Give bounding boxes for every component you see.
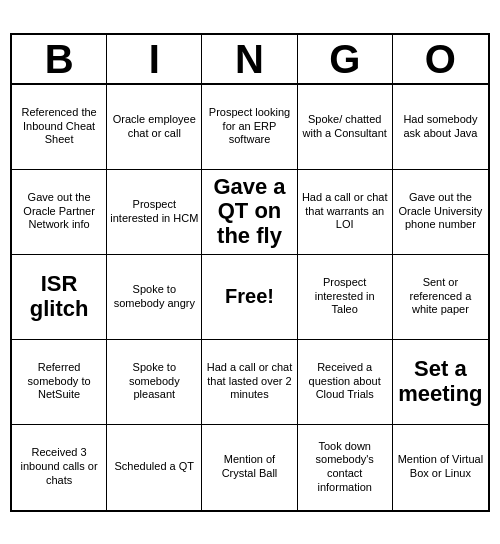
bingo-cell-15[interactable]: Referred somebody to NetSuite [12,340,107,425]
bingo-cell-21[interactable]: Scheduled a QT [107,425,202,510]
bingo-cell-19[interactable]: Set a meeting [393,340,488,425]
bingo-letter-n: N [202,35,297,83]
bingo-cell-5[interactable]: Gave out the Oracle Partner Network info [12,170,107,255]
bingo-header: BINGO [12,35,488,85]
bingo-cell-24[interactable]: Mention of Virtual Box or Linux [393,425,488,510]
bingo-cell-1[interactable]: Oracle employee chat or call [107,85,202,170]
bingo-cell-10[interactable]: ISR glitch [12,255,107,340]
bingo-cell-7[interactable]: Gave a QT on the fly [202,170,297,255]
bingo-cell-4[interactable]: Had somebody ask about Java [393,85,488,170]
bingo-cell-20[interactable]: Received 3 inbound calls or chats [12,425,107,510]
bingo-grid: Referenced the Inbound Cheat SheetOracle… [12,85,488,510]
bingo-cell-9[interactable]: Gave out the Oracle University phone num… [393,170,488,255]
bingo-cell-3[interactable]: Spoke/ chatted with a Consultant [298,85,393,170]
bingo-letter-b: B [12,35,107,83]
bingo-cell-22[interactable]: Mention of Crystal Ball [202,425,297,510]
bingo-cell-11[interactable]: Spoke to somebody angry [107,255,202,340]
bingo-cell-6[interactable]: Prospect interested in HCM [107,170,202,255]
bingo-cell-18[interactable]: Received a question about Cloud Trials [298,340,393,425]
bingo-cell-13[interactable]: Prospect interested in Taleo [298,255,393,340]
bingo-letter-i: I [107,35,202,83]
bingo-cell-0[interactable]: Referenced the Inbound Cheat Sheet [12,85,107,170]
bingo-cell-2[interactable]: Prospect looking for an ERP software [202,85,297,170]
bingo-cell-16[interactable]: Spoke to somebody pleasant [107,340,202,425]
bingo-cell-14[interactable]: Sent or referenced a white paper [393,255,488,340]
bingo-cell-8[interactable]: Had a call or chat that warrants an LOI [298,170,393,255]
bingo-card: BINGO Referenced the Inbound Cheat Sheet… [10,33,490,512]
bingo-letter-o: O [393,35,488,83]
bingo-cell-17[interactable]: Had a call or chat that lasted over 2 mi… [202,340,297,425]
bingo-cell-23[interactable]: Took down somebody's contact information [298,425,393,510]
bingo-letter-g: G [298,35,393,83]
bingo-cell-12[interactable]: Free! [202,255,297,340]
